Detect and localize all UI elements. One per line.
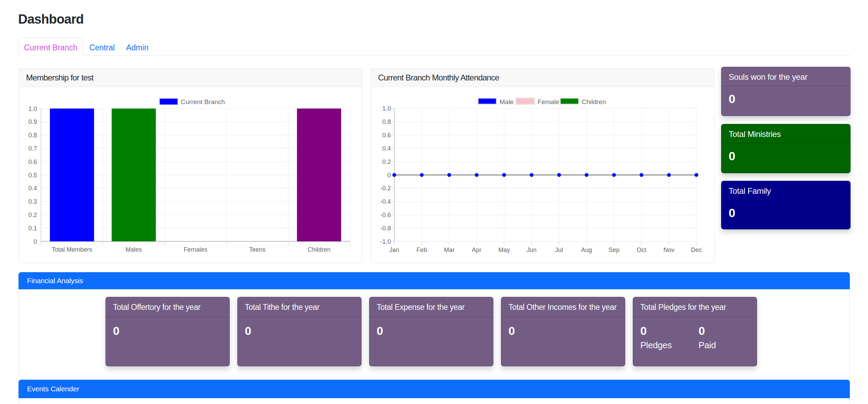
svg-text:0.1: 0.1 [28,225,37,232]
svg-text:-0.8: -0.8 [380,225,391,232]
svg-text:-1.0: -1.0 [380,238,391,245]
svg-text:Aug: Aug [581,247,592,253]
svg-text:0.8: 0.8 [28,132,37,139]
svg-text:0.6: 0.6 [382,132,391,139]
svg-text:Females: Females [184,246,207,253]
svg-text:0.4: 0.4 [382,145,391,152]
svg-text:May: May [498,247,510,253]
svg-text:Nov: Nov [664,247,675,253]
svg-text:0: 0 [34,238,37,245]
svg-text:0.4: 0.4 [28,185,37,192]
svg-text:Female: Female [538,98,559,105]
svg-text:Dec: Dec [691,247,702,253]
svg-text:1.0: 1.0 [382,105,391,112]
svg-text:Sep: Sep [608,247,619,253]
svg-text:Total Members: Total Members [52,246,92,253]
svg-text:Male: Male [500,98,514,105]
svg-text:Children: Children [307,246,330,253]
svg-text:Teens: Teens [249,246,265,253]
svg-text:0.2: 0.2 [382,159,391,165]
svg-text:0.7: 0.7 [28,145,37,152]
svg-text:0: 0 [387,172,391,179]
svg-text:-0.2: -0.2 [380,185,391,192]
svg-text:-0.6: -0.6 [380,212,391,218]
svg-text:-0.4: -0.4 [380,198,391,205]
svg-text:Apr: Apr [472,247,481,253]
svg-text:1.0: 1.0 [28,105,37,112]
svg-text:Males: Males [126,246,142,253]
svg-text:Children: Children [582,98,606,105]
svg-text:Mar: Mar [444,247,454,253]
svg-text:Oct: Oct [637,247,646,253]
svg-text:0.3: 0.3 [28,198,37,205]
svg-text:Current Branch: Current Branch [181,98,225,105]
svg-text:Jun: Jun [527,247,537,253]
svg-text:0.9: 0.9 [28,118,37,125]
svg-text:0.8: 0.8 [382,118,391,125]
svg-text:0.2: 0.2 [28,212,37,218]
svg-text:Feb: Feb [416,247,427,253]
svg-text:0.5: 0.5 [28,172,37,179]
svg-text:Jul: Jul [555,247,563,253]
svg-text:0.6: 0.6 [28,159,37,165]
svg-text:Jan: Jan [389,247,399,253]
